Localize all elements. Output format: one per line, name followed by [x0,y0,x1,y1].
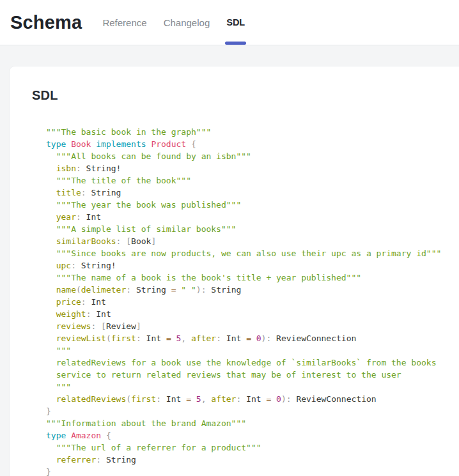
active-tab-indicator [225,42,246,45]
sdl-card: SDL """The basic book in the graph"""typ… [10,66,459,476]
code-line: type Book implements Product { [46,138,459,150]
code-line: title: String [46,187,459,199]
code-line: """ [46,381,459,393]
tab-changelog[interactable]: Changelog [162,0,212,45]
tab-sdl[interactable]: SDL [225,0,246,45]
code-line: service to return related reviews that m… [46,369,459,381]
code-line: reviewList(first: Int = 5, after: Int = … [46,332,459,344]
tab-sdl-label: SDL [226,17,245,27]
page-header: Schema Reference Changelog SDL [0,0,459,45]
schema-page: Schema Reference Changelog SDL SDL """Th… [0,0,459,476]
tab-reference-label: Reference [102,17,146,28]
tab-bar: Reference Changelog SDL [101,0,246,45]
code-line: reviews: [Review] [46,320,459,332]
code-line: """A simple list of similar books""" [46,223,459,235]
code-line: weight: Int [46,308,459,320]
code-line: """The url of a referrer for a product""… [46,441,459,454]
code-line: } [46,466,459,476]
code-line: """All books can be found by an isbn""" [46,150,459,162]
sdl-heading: SDL [32,88,459,103]
tab-reference[interactable]: Reference [101,0,148,45]
code-line: name(delimeter: String = " "): String [46,284,459,296]
code-line: similarBooks: [Book] [46,235,459,247]
code-line: type Amazon { [46,429,459,441]
tab-changelog-label: Changelog [164,17,210,28]
code-line: """The title of the book""" [46,174,459,187]
code-line: isbn: String! [46,162,459,174]
code-line: year: Int [46,211,459,223]
code-line: """The year the book was published""" [46,199,459,211]
code-line: """ [46,344,459,357]
sdl-code-block: """The basic book in the graph"""type Bo… [46,126,459,476]
code-line: upc: String! [46,259,459,272]
code-line: """The name of a book is the book's titl… [46,272,459,284]
code-line: """The basic book in the graph""" [46,126,459,138]
page-title: Schema [10,12,82,33]
code-line: } [46,405,459,417]
code-line: price: Int [46,296,459,308]
code-line: relatedReviews(first: Int = 5, after: In… [46,393,459,405]
code-line: """Since books are now products, we can … [46,247,459,259]
content-area: SDL """The basic book in the graph"""typ… [0,45,459,476]
code-line: relatedReviews for a book use the knowle… [46,357,459,369]
code-line: referrer: String [46,454,459,466]
code-line: """Information about the brand Amazon""" [46,417,459,429]
